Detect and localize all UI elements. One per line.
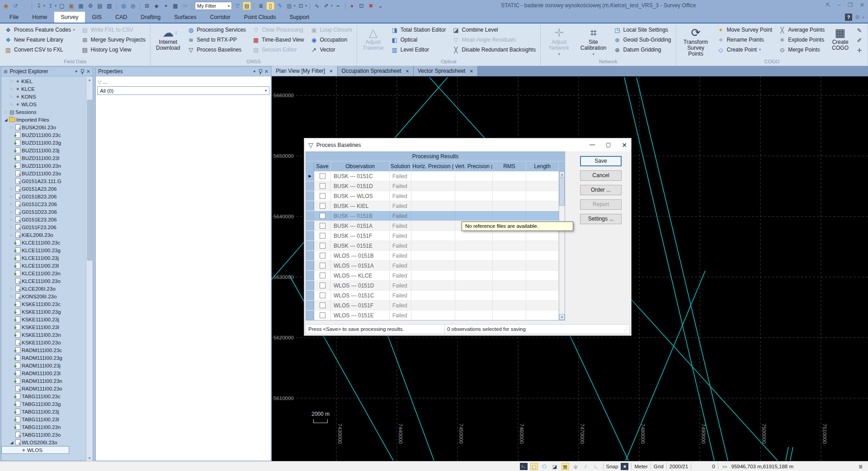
save-checkbox[interactable] xyxy=(320,253,326,259)
table-row[interactable]: BUSK --- KIELFailed xyxy=(306,201,559,211)
ribbon-tab-drafting[interactable]: Drafting xyxy=(134,12,167,23)
save-checkbox[interactable] xyxy=(320,283,326,288)
tree-item-g0151a23-206[interactable]: ▷✎G0151A23.206 xyxy=(1,185,93,193)
save-checkbox[interactable] xyxy=(320,213,326,219)
expander-collapsed-icon[interactable]: ▷ xyxy=(9,94,14,99)
tree-item-radm111i00-23l[interactable]: ▶RADM111I00.23l xyxy=(1,369,93,377)
resize-grip-icon[interactable]: ⋰ xyxy=(623,327,629,332)
more-commands-icon[interactable]: ⌄ xyxy=(377,2,385,10)
tree-item-wlos[interactable]: ⌖WLOS xyxy=(1,446,69,454)
ribbon-button-total-station-editor[interactable]: ◨Total Station Editor xyxy=(390,25,448,35)
close-icon[interactable]: ✕ xyxy=(406,69,409,74)
tree-item-klce[interactable]: ▷⌖KLCE xyxy=(1,85,93,93)
ribbon-tab-gis[interactable]: GIS xyxy=(85,12,108,23)
column-header-length[interactable]: Length xyxy=(526,161,559,171)
axes-toggle-icon[interactable]: ∟ xyxy=(593,463,600,470)
point-style-icon[interactable]: ψ xyxy=(572,463,580,470)
value-list-icon[interactable]: ≣ xyxy=(857,463,864,470)
ribbon-button-datum-gridding[interactable]: ⊛Datum Gridding xyxy=(612,45,672,55)
expander-collapsed-icon[interactable]: ▷ xyxy=(9,210,14,214)
chevron-down-icon[interactable]: ▼ xyxy=(253,70,256,74)
expander-expanded-icon[interactable]: ◢ xyxy=(3,118,9,122)
open-project-icon[interactable]: ▣ xyxy=(67,2,75,10)
tree-item-radm111i00-23g[interactable]: ▶RADM111I00.23g xyxy=(1,354,93,362)
tree-item-buzd111i00-23c[interactable]: ▶BUZD111I00.23c xyxy=(1,131,93,139)
ribbon-button-transform-survey-points[interactable]: ⟳Transform Survey Points xyxy=(679,25,712,58)
chevron-down-icon[interactable]: ▼ xyxy=(75,70,78,74)
minimize-icon[interactable]: – xyxy=(837,2,840,8)
save-checkbox[interactable] xyxy=(320,263,326,268)
tree-item-wlos[interactable]: ▷⌖WLOS xyxy=(1,100,93,108)
measure-angle-icon-dropdown[interactable]: ▾ xyxy=(331,4,333,8)
save-checkbox[interactable] xyxy=(320,233,326,239)
project-settings-icon[interactable]: ▯ xyxy=(266,2,274,10)
tree-item-sessions[interactable]: ▷▤Sessions xyxy=(1,108,93,116)
table-row[interactable]: BUSK --- 0151DFailed xyxy=(306,181,559,191)
expander-collapsed-icon[interactable]: ▷ xyxy=(9,202,14,206)
filter-manager-icon[interactable]: ▤ xyxy=(243,2,251,10)
ribbon-tab-file[interactable]: File xyxy=(3,12,25,23)
ribbon-button-measure-tool[interactable]: ✐ xyxy=(854,36,864,45)
tree-item-kons206i-23o[interactable]: ▷✎KONS206I.23o xyxy=(1,292,93,300)
save-button[interactable]: Save xyxy=(580,156,622,166)
column-header-solution[interactable]: Solution xyxy=(390,161,411,171)
ribbon-button-rename-points[interactable]: ✧Rename Points xyxy=(716,35,774,45)
column-header-rms[interactable]: RMS xyxy=(493,161,526,171)
expander-collapsed-icon[interactable]: ▷ xyxy=(9,294,14,298)
expander-collapsed-icon[interactable]: ▷ xyxy=(9,102,14,106)
ribbon-button-level-editor[interactable]: ▥Level Editor xyxy=(390,45,448,55)
table-row[interactable]: BUSK --- 0151FFailed xyxy=(306,231,559,241)
save-checkbox[interactable] xyxy=(320,273,326,278)
tree-item-kske111i00-23n[interactable]: ▶KSKE111I00.23n xyxy=(1,331,93,339)
column-header-vert-precision[interactable]: Vert. Precision ( xyxy=(455,161,493,171)
import-icon-dropdown[interactable]: ▾ xyxy=(43,4,45,8)
expander-collapsed-icon[interactable]: ▷ xyxy=(9,233,14,237)
background-image-icon[interactable]: ▩ xyxy=(171,2,179,10)
tree-item-radm111i00-23n[interactable]: ▶RADM111I00.23n xyxy=(1,377,93,385)
ribbon-button-local-site-settings[interactable]: ◳Local Site Settings xyxy=(612,25,672,35)
ribbon-button-create-point[interactable]: ◇Create Point▾ xyxy=(716,45,774,55)
tree-item-g0151f23-206[interactable]: ▷✎G0151F23.206 xyxy=(1,223,93,231)
scroll-up-icon[interactable]: ▲ xyxy=(559,171,565,177)
ribbon-tab-support[interactable]: Support xyxy=(283,12,316,23)
tree-item-kske111i00-23c[interactable]: ▶KSKE111I00.23c xyxy=(1,300,93,308)
ribbon-button-convert-csv-to-fxl[interactable]: ▥Convert CSV to FXL xyxy=(3,45,76,55)
edit-icon[interactable]: ✎ xyxy=(276,2,284,10)
background-toggle-icon[interactable]: ◪ xyxy=(551,463,559,470)
tree-item-g0151e23-206[interactable]: ▷✎G0151E23.206 xyxy=(1,216,93,223)
command-pane-icon[interactable]: >_ xyxy=(520,463,528,470)
save-checkbox[interactable] xyxy=(320,243,326,249)
column-header-observation[interactable]: Observation xyxy=(331,161,390,171)
tree-item-tabg111i00-23n[interactable]: ▶TABG111I00.23n xyxy=(1,423,93,431)
column-header-save[interactable]: Save xyxy=(314,161,331,171)
tree-item-g0151d23-206[interactable]: ▷✎G0151D23.206 xyxy=(1,208,93,216)
ribbon-button-processing-services[interactable]: ◍Processing Services xyxy=(186,25,247,35)
save-icon[interactable]: ▦ xyxy=(77,2,85,10)
ribbon-button-site-calibration[interactable]: ⌗Site Calibration▾ xyxy=(578,25,609,58)
print-icon[interactable]: ⊡ xyxy=(297,2,305,10)
ribbon-button-occupation[interactable]: ◉Occupation xyxy=(309,35,353,45)
network-edit-icon[interactable]: ⌖ xyxy=(162,2,170,10)
close-icon[interactable]: ✕ xyxy=(264,69,269,75)
save-checkbox[interactable] xyxy=(320,312,326,318)
save-checkbox[interactable] xyxy=(320,173,326,179)
save-checkbox[interactable] xyxy=(320,193,326,199)
tree-item-klce111i00-23g[interactable]: ▶KLCE111I00.23g xyxy=(1,246,93,254)
expander-collapsed-icon[interactable]: ▷ xyxy=(9,194,14,198)
layers-icon[interactable]: ≣ xyxy=(257,2,265,10)
tree-item-busk206i-23o[interactable]: ▷✎BUSK206I.23o xyxy=(1,123,93,131)
tree-item-kske111i00-23o[interactable]: ✎KSKE111I00.23o xyxy=(1,339,93,346)
measure-point-icon[interactable]: ⌁ xyxy=(334,2,342,10)
table-row[interactable]: ▶BUSK --- 0151CFailed xyxy=(306,171,559,181)
tree-item-buzd111i00-23g[interactable]: ▶BUZD111I00.23g xyxy=(1,139,93,146)
ribbon-tab-point-clouds[interactable]: Point Clouds xyxy=(237,12,283,23)
import-icon[interactable]: ↧ xyxy=(35,2,43,10)
pin-icon[interactable] xyxy=(80,69,84,74)
expander-collapsed-icon[interactable]: ▷ xyxy=(9,79,14,83)
tree-item-buzd111i00-23o[interactable]: ✎BUZD111I00.23o xyxy=(1,170,93,177)
record-icon[interactable]: ● xyxy=(348,2,356,10)
tree-item-kske111i00-23j[interactable]: ▶KSKE111I00.23j xyxy=(1,316,93,323)
tree-item-buzd111i00-23l[interactable]: ▶BUZD111I00.23l xyxy=(1,154,93,162)
paste-icon-dropdown[interactable]: ▾ xyxy=(294,4,296,8)
tree-item-kiel[interactable]: ▷⌖KIEL xyxy=(1,77,93,85)
